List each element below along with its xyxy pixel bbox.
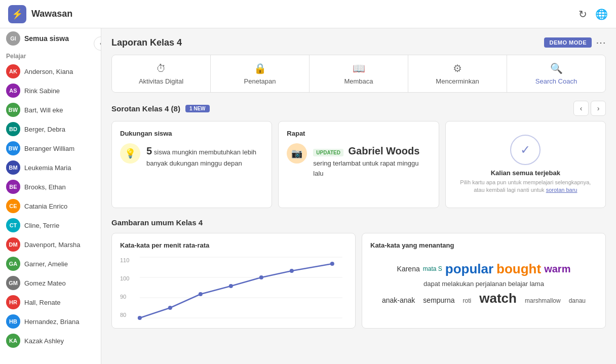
student-name: Garner, Amelie (24, 260, 68, 268)
tab-icon: 🔒 (254, 62, 266, 74)
word-mata-s[interactable]: mata S (423, 265, 442, 272)
chart-title: Kata-kata per menit rata-rata (120, 241, 347, 249)
sorotan-header: Sorotan Kelas 4 (8) 1 NEW ‹ › (111, 101, 606, 116)
sidebar-item-ct[interactable]: CT Cline, Terrie (0, 216, 101, 235)
word-popular[interactable]: popular (445, 261, 493, 277)
caught-up-area: ✓ Kalian semua terjebak Pilih kartu apa … (454, 130, 597, 199)
globe-icon[interactable]: 🌐 (595, 8, 608, 20)
gambaran-cards: Kata-kata per menit rata-rata 110 100 90… (111, 233, 606, 329)
content-header: Laporan Kelas 4 DEMO MODE ⋯ (111, 36, 606, 49)
demo-mode-badge: DEMO MODE (544, 37, 592, 48)
dukungan-text: 5 siswa mungkin membutuhkan lebih banyak… (146, 143, 263, 169)
svg-point-6 (199, 292, 203, 296)
page-title: Laporan Kelas 4 (111, 37, 182, 48)
sidebar-item-ga[interactable]: GA Garner, Amelie (0, 254, 101, 273)
sidebar-item-bd[interactable]: BD Berger, Debra (0, 119, 101, 139)
caught-up-title: Kalian semua terjebak (491, 169, 560, 177)
tab-search-coach[interactable]: 🔍 Search Coach (507, 55, 605, 92)
sidebar-item-as[interactable]: AS Rink Sabine (0, 81, 101, 100)
student-name: Brooks, Ethan (24, 183, 66, 191)
sorotan-next-button[interactable]: › (591, 101, 606, 116)
sorotan-card-dukungan[interactable]: Dukungan siswa 💡 5 siswa mungkin membutu… (111, 121, 272, 208)
more-options-button[interactable]: ⋯ (596, 36, 606, 49)
topnav-right: ↻ 🌐 (579, 8, 608, 20)
sidebar-item-bw[interactable]: BW Beranger William (0, 139, 101, 158)
svg-point-8 (259, 275, 263, 279)
sidebar-item-bm[interactable]: BM Leukemia Maria (0, 158, 101, 177)
tab-mencerminkan[interactable]: ⚙ Mencerminkan (408, 55, 507, 92)
student-avatar: KA (6, 334, 20, 348)
tab-label: Aktivitas Digital (139, 77, 183, 85)
student-name: Beranger William (24, 145, 74, 152)
word-anak[interactable]: anak-anak (382, 296, 415, 304)
student-avatar: CE (6, 199, 20, 213)
topnav-left: ⚡ Wawasan (8, 5, 72, 23)
tab-label: Penetapan (244, 77, 276, 85)
all-students-avatar: GI (6, 31, 20, 46)
rapat-desc: sering terlambat untuk rapat minggu lalu (313, 159, 418, 177)
sidebar-item-ce[interactable]: CE Catania Enrico (0, 196, 101, 216)
word-danau[interactable]: danau (569, 297, 586, 304)
category-tabs: ⏱ Aktivitas Digital 🔒 Penetapan 📖 Membac… (111, 55, 606, 93)
sidebar-item-be[interactable]: BE Brooks, Ethan (0, 177, 101, 196)
pelajar-section-label: Pelajar (0, 49, 101, 62)
updated-badge: UPDATED (313, 149, 343, 156)
sidebar-item-gm[interactable]: GM Gomez Mateo (0, 273, 101, 293)
tab-membaca[interactable]: 📖 Membaca (310, 55, 408, 92)
tab-penetapan[interactable]: 🔒 Penetapan (211, 55, 310, 92)
student-name: Davenport, Marsha (24, 241, 81, 249)
word-sempurna[interactable]: sempurna (423, 296, 454, 304)
svg-point-10 (330, 262, 334, 266)
chart-area (135, 257, 347, 320)
student-avatar: GM (6, 276, 20, 290)
sorotan-prev-button[interactable]: ‹ (573, 101, 589, 116)
student-name: Rink Sabine (24, 87, 60, 95)
tab-label: Membaca (344, 77, 373, 85)
wordcloud-card: Kata-kata yang menantang Karena mata S p… (362, 233, 606, 329)
word-phrase-1: dapat melakukan perjalanan belajar lama (374, 280, 593, 288)
y-label-80: 80 (120, 312, 129, 318)
y-label-90: 90 (120, 294, 129, 300)
all-students-label: Semua siswa (24, 34, 69, 43)
student-name: Kazak Ashley (24, 337, 64, 345)
sidebar-item-ka[interactable]: KA Kazak Ashley (0, 331, 101, 350)
student-avatar: HB (6, 314, 20, 329)
sidebar-item-ak[interactable]: AK Anderson, Kiana (0, 62, 101, 81)
svg-point-9 (290, 269, 294, 273)
word-marshmallow[interactable]: marshmallow (525, 297, 561, 304)
dukungan-desc: siswa mungkin membutuhkan lebih banyak d… (146, 148, 256, 167)
check-circle-icon: ✓ (510, 135, 541, 165)
tab-icon: ⚙ (453, 62, 462, 74)
tab-icon: 🔍 (550, 62, 563, 74)
student-avatar: AK (6, 64, 20, 78)
dukungan-count: 5 (146, 145, 152, 156)
dukungan-icon: 💡 (120, 143, 140, 164)
all-students-item[interactable]: GI Semua siswa (0, 28, 101, 49)
student-name: Leukemia Maria (24, 164, 71, 172)
student-avatar: BW (6, 103, 20, 117)
sidebar-item-bw[interactable]: BW Bart, Will eke (0, 100, 101, 119)
sorotan-card-rapat[interactable]: Rapat 📷 UPDATED Gabriel Woods sering ter… (278, 121, 439, 208)
student-name: Hernandez, Briana (24, 318, 79, 326)
caught-up-link[interactable]: sorotan baru (546, 187, 578, 193)
sidebar-item-hb[interactable]: HB Hernandez, Briana (0, 312, 101, 331)
student-avatar: BE (6, 180, 20, 194)
sidebar-item-dm[interactable]: DM Davenport, Marsha (0, 235, 101, 254)
sidebar-item-hr[interactable]: HR Hall, Renate (0, 293, 101, 312)
student-name: Cline, Terrie (24, 222, 59, 229)
word-cloud-area: Karena mata S popular bought warm dapat … (370, 257, 597, 310)
svg-point-7 (229, 284, 233, 288)
word-bought[interactable]: bought (496, 261, 541, 277)
new-badge: 1 NEW (185, 105, 210, 112)
word-roti[interactable]: roti (463, 297, 472, 304)
refresh-icon[interactable]: ↻ (579, 8, 587, 20)
word-karena[interactable]: Karena (397, 265, 420, 273)
rapat-person: Gabriel Woods (349, 145, 420, 156)
tab-aktivitas-digital[interactable]: ⏱ Aktivitas Digital (112, 55, 211, 92)
card-title-dukungan: Dukungan siswa (120, 130, 263, 137)
word-watch[interactable]: watch (479, 291, 517, 306)
student-name: Gomez Mateo (24, 279, 66, 287)
rapat-icon: 📷 (287, 143, 307, 164)
word-warm[interactable]: warm (544, 263, 570, 275)
sorotan-card-caught-up[interactable]: ✓ Kalian semua terjebak Pilih kartu apa … (445, 121, 606, 208)
